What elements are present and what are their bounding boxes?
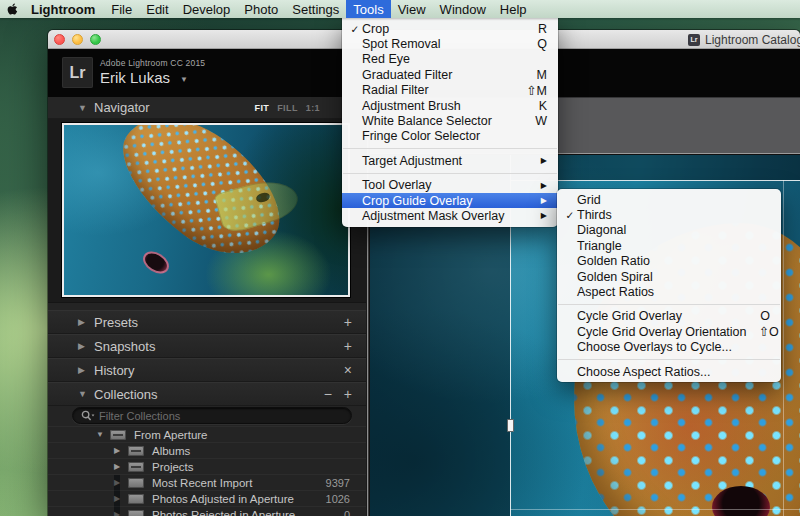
collection-set-icon	[128, 462, 144, 472]
menu-separator	[558, 304, 780, 305]
disclosure-triangle-icon[interactable]: ▶	[78, 335, 85, 358]
menubar-item-edit[interactable]: Edit	[139, 0, 175, 18]
zoom-mode-fit[interactable]: FIT	[254, 103, 269, 113]
disclosure-triangle-icon[interactable]: ▶	[114, 459, 120, 475]
menu-item-radial-filter[interactable]: Radial Filter⇧M	[342, 83, 558, 98]
panel-header-label: Presets	[94, 311, 138, 334]
menubar-item-tools[interactable]: Tools	[346, 0, 390, 18]
lightroom-document-icon: Lr	[688, 34, 700, 46]
menu-item-label: Adjustment Mask Overlay	[362, 209, 529, 223]
menu-item-triangle[interactable]: Triangle	[557, 238, 781, 253]
menu-item-thirds[interactable]: ✓Thirds	[557, 207, 781, 222]
menu-item-label: Golden Ratio	[577, 254, 770, 268]
menu-item-shortcut: ⇧O	[759, 324, 779, 339]
disclosure-triangle-icon[interactable]: ▶	[78, 359, 85, 382]
menubar-item-photo[interactable]: Photo	[237, 0, 285, 18]
zoom-mode-fill[interactable]: FILL	[277, 103, 298, 113]
panel-header-collections[interactable]: ▼Collections−+	[48, 382, 366, 406]
disclosure-triangle-icon[interactable]: ▼	[78, 383, 87, 406]
left-panel-column: ▼ Navigator FITFILL1:1 ▶Presets+▶Snapsho…	[48, 97, 366, 516]
panel-action-add-icon[interactable]: +	[344, 383, 352, 406]
menu-item-crop-guide-overlay[interactable]: Crop Guide Overlay▶	[342, 193, 558, 208]
menu-item-target-adjustment[interactable]: Target Adjustment▶	[342, 153, 558, 168]
menu-item-label: Triangle	[577, 239, 770, 253]
disclosure-triangle-icon[interactable]: ▶	[78, 311, 85, 334]
menu-item-label: Spot Removal	[362, 37, 525, 51]
menu-item-label: Golden Spiral	[577, 270, 770, 284]
menu-item-shortcut: O	[760, 309, 770, 323]
collection-row-albums[interactable]: ▶Albums	[48, 442, 366, 458]
collection-count: 9397	[326, 475, 350, 491]
menu-item-label: Fringe Color Selector	[362, 129, 547, 143]
submenu-arrow-icon: ▶	[541, 196, 547, 205]
menu-item-diagonal[interactable]: Diagonal	[557, 223, 781, 238]
zoom-window-button[interactable]	[90, 34, 101, 45]
zoom-mode-1-1[interactable]: 1:1	[306, 103, 320, 113]
menu-item-shortcut: R	[538, 22, 547, 36]
menubar-item-view[interactable]: View	[391, 0, 433, 18]
menubar-item-settings[interactable]: Settings	[285, 0, 346, 18]
menu-item-crop[interactable]: ✓CropR	[342, 21, 558, 36]
collection-icon	[128, 510, 144, 516]
panel-action-add-icon[interactable]: +	[344, 311, 352, 334]
navigator-zoom-modes: FITFILL1:1	[254, 103, 320, 113]
menubar-item-label: Lightroom	[31, 2, 95, 17]
identity-user-name[interactable]: Erik Lukas	[100, 69, 170, 86]
menu-item-choose-aspect-ratios[interactable]: Choose Aspect Ratios...	[557, 364, 781, 379]
menu-item-shortcut: Q	[537, 37, 547, 51]
panel-header-navigator[interactable]: ▼ Navigator FITFILL1:1	[48, 97, 366, 119]
menu-item-tool-overlay[interactable]: Tool Overlay▶	[342, 178, 558, 193]
thirds-guide-vertical	[783, 180, 784, 516]
apple-menu[interactable]	[0, 0, 24, 18]
minimize-window-button[interactable]	[72, 34, 83, 45]
menu-item-golden-ratio[interactable]: Golden Ratio	[557, 254, 781, 269]
menu-item-graduated-filter[interactable]: Graduated FilterM	[342, 67, 558, 82]
crop-guide-overlay-submenu: Grid✓ThirdsDiagonalTriangleGolden RatioG…	[557, 189, 781, 382]
menubar-item-window[interactable]: Window	[433, 0, 493, 18]
menu-item-label: Choose Aspect Ratios...	[577, 365, 770, 379]
collection-row-photos-adjusted-in-aperture[interactable]: ▶Photos Adjusted in Aperture1026	[48, 490, 366, 506]
menu-item-white-balance-selector[interactable]: White Balance SelectorW	[342, 113, 558, 128]
disclosure-triangle-icon[interactable]: ▼	[96, 427, 104, 443]
menu-item-grid[interactable]: Grid	[557, 192, 781, 207]
panel-header-history[interactable]: ▶History×	[48, 358, 366, 382]
menu-item-fringe-color-selector[interactable]: Fringe Color Selector	[342, 129, 558, 144]
panel-header-presets[interactable]: ▶Presets+	[48, 310, 366, 334]
menu-item-choose-overlays-to-cycle[interactable]: Choose Overlays to Cycle...	[557, 340, 781, 355]
menu-item-adjustment-mask-overlay[interactable]: Adjustment Mask Overlay▶	[342, 208, 558, 223]
disclosure-triangle-icon[interactable]: ▼	[78, 103, 87, 113]
menubar-item-develop[interactable]: Develop	[176, 0, 238, 18]
menu-item-red-eye[interactable]: Red Eye	[342, 52, 558, 67]
disclosure-triangle-icon[interactable]: ▶	[114, 443, 120, 459]
panel-action-add-icon[interactable]: +	[344, 335, 352, 358]
panel-action-close-icon[interactable]: ×	[344, 359, 352, 382]
menu-item-spot-removal[interactable]: Spot RemovalQ	[342, 36, 558, 51]
panel-actions: +	[344, 335, 352, 358]
navigator-preview-image[interactable]	[62, 123, 350, 297]
identity-caret-icon[interactable]: ▼	[180, 75, 188, 84]
fish-eye	[139, 247, 173, 278]
menu-item-adjustment-brush[interactable]: Adjustment BrushK	[342, 98, 558, 113]
menubar-item-file[interactable]: File	[104, 0, 139, 18]
collection-row-most-recent-import[interactable]: ▶Most Recent Import9397	[48, 474, 366, 490]
filter-collections-box[interactable]	[72, 407, 352, 424]
menu-item-golden-spiral[interactable]: Golden Spiral	[557, 269, 781, 284]
crop-handle-left-middle[interactable]	[507, 419, 514, 432]
submenu-arrow-icon: ▶	[541, 211, 547, 220]
close-window-button[interactable]	[54, 34, 65, 45]
menubar-item-help[interactable]: Help	[493, 0, 534, 18]
filter-collections-input[interactable]	[99, 410, 343, 422]
panel-action-remove-icon[interactable]: −	[324, 383, 332, 406]
menu-item-shortcut: W	[535, 114, 547, 128]
collection-row-from-aperture[interactable]: ▼From Aperture	[48, 426, 366, 442]
menubar-item-lightroom[interactable]: Lightroom	[24, 0, 104, 18]
menu-item-cycle-grid-overlay[interactable]: Cycle Grid OverlayO	[557, 309, 781, 324]
collection-row-photos-rejected-in-aperture[interactable]: ▶Photos Rejected in Aperture0	[48, 506, 366, 516]
menubar-item-label: Photo	[244, 2, 278, 17]
menu-item-cycle-grid-overlay-orientation[interactable]: Cycle Grid Overlay Orientation⇧O	[557, 324, 781, 339]
collection-row-projects[interactable]: ▶Projects	[48, 458, 366, 474]
menu-item-aspect-ratios[interactable]: Aspect Ratios	[557, 284, 781, 299]
menu-item-label: Graduated Filter	[362, 68, 525, 82]
menubar-item-label: View	[398, 2, 426, 17]
panel-header-snapshots[interactable]: ▶Snapshots+	[48, 334, 366, 358]
